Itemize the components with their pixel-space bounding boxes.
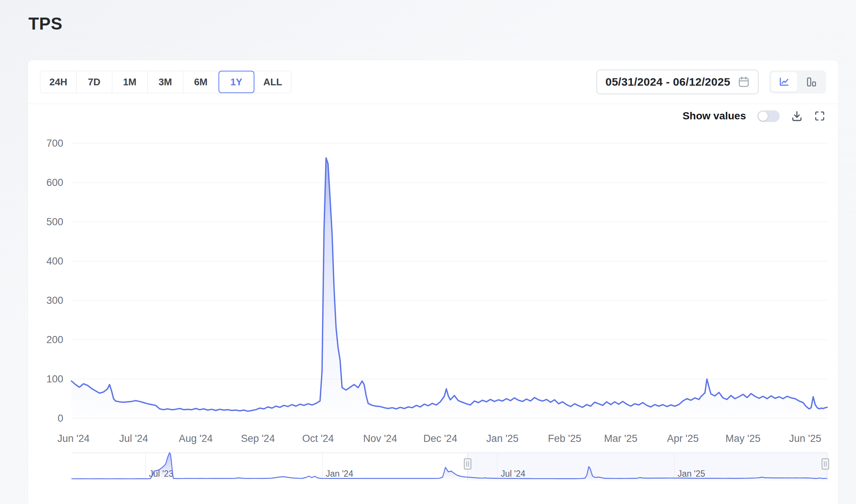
range-button-6m[interactable]: 6M — [183, 71, 219, 93]
svg-text:May '25: May '25 — [725, 433, 761, 444]
time-range-button-group: 24H7D1M3M6M1YALL — [40, 71, 291, 93]
range-button-24h[interactable]: 24H — [40, 71, 77, 93]
chart-area: Show values — [28, 104, 838, 504]
overview-handle-left[interactable] — [464, 459, 471, 469]
svg-text:Jan '25: Jan '25 — [486, 433, 519, 444]
calendar-icon — [738, 76, 750, 88]
bar-chart-icon — [805, 76, 817, 88]
chart-type-line-button[interactable] — [771, 72, 797, 92]
overview-tick-label: Jan '24 — [326, 469, 354, 479]
fullscreen-button[interactable] — [814, 110, 825, 122]
chart-toolbar: 24H7D1M3M6M1YALL 05/31/2024 - 06/12/2025 — [28, 60, 838, 104]
chart-type-toggle-group — [769, 70, 826, 94]
svg-text:400: 400 — [46, 256, 63, 267]
overview-tick-label: Jan '25 — [678, 469, 705, 479]
svg-text:Oct '24: Oct '24 — [302, 433, 334, 444]
svg-text:Jun '25: Jun '25 — [789, 433, 821, 444]
overview-handle-right[interactable] — [822, 459, 829, 469]
svg-text:Jun '24: Jun '24 — [57, 433, 89, 444]
tps-line — [71, 158, 827, 411]
overview-tick-label: Jul '24 — [501, 469, 525, 479]
svg-text:Feb '25: Feb '25 — [548, 433, 581, 444]
chart-controls: Show values — [682, 110, 825, 122]
line-chart-icon — [779, 76, 790, 88]
range-button-3m[interactable]: 3M — [147, 71, 183, 93]
svg-text:100: 100 — [46, 373, 63, 385]
svg-text:300: 300 — [46, 295, 63, 306]
toggle-knob — [758, 112, 768, 121]
svg-text:Dec '24: Dec '24 — [424, 433, 458, 444]
x-axis-labels: Jun '24Jul '24Aug '24Sep '24Oct '24Nov '… — [57, 433, 821, 444]
svg-text:Nov '24: Nov '24 — [363, 433, 397, 444]
svg-text:200: 200 — [46, 334, 63, 345]
toolbar-right: 05/31/2024 - 06/12/2025 — [596, 70, 826, 94]
tps-chart[interactable]: 0100200300400500600700Jun '24Jul '24Aug … — [28, 104, 838, 504]
show-values-toggle[interactable] — [757, 110, 780, 122]
svg-text:Mar '25: Mar '25 — [604, 433, 638, 444]
download-icon — [791, 110, 803, 122]
date-range-picker[interactable]: 05/31/2024 - 06/12/2025 — [596, 70, 759, 94]
svg-text:0: 0 — [58, 413, 63, 424]
download-button[interactable] — [791, 110, 803, 122]
svg-text:500: 500 — [46, 216, 63, 227]
show-values-label: Show values — [682, 110, 746, 122]
range-button-all[interactable]: ALL — [254, 71, 292, 93]
date-range-value: 05/31/2024 - 06/12/2025 — [605, 76, 730, 88]
chart-type-bar-button[interactable] — [798, 72, 824, 92]
svg-text:Sep '24: Sep '24 — [241, 433, 275, 444]
svg-text:600: 600 — [46, 177, 63, 188]
chart-card: 24H7D1M3M6M1YALL 05/31/2024 - 06/12/2025 — [28, 60, 838, 504]
range-button-1m[interactable]: 1M — [112, 71, 148, 93]
range-button-7d[interactable]: 7D — [76, 71, 112, 93]
page-title: TPS — [28, 13, 62, 34]
range-button-1y[interactable]: 1Y — [218, 71, 254, 93]
svg-text:Aug '24: Aug '24 — [179, 433, 213, 444]
y-axis-labels: 0100200300400500600700 — [46, 138, 63, 424]
svg-text:700: 700 — [46, 138, 63, 149]
svg-text:Apr '25: Apr '25 — [667, 433, 699, 444]
svg-text:Jul '24: Jul '24 — [119, 433, 148, 444]
y-gridlines — [71, 143, 827, 418]
fullscreen-icon — [814, 110, 825, 122]
